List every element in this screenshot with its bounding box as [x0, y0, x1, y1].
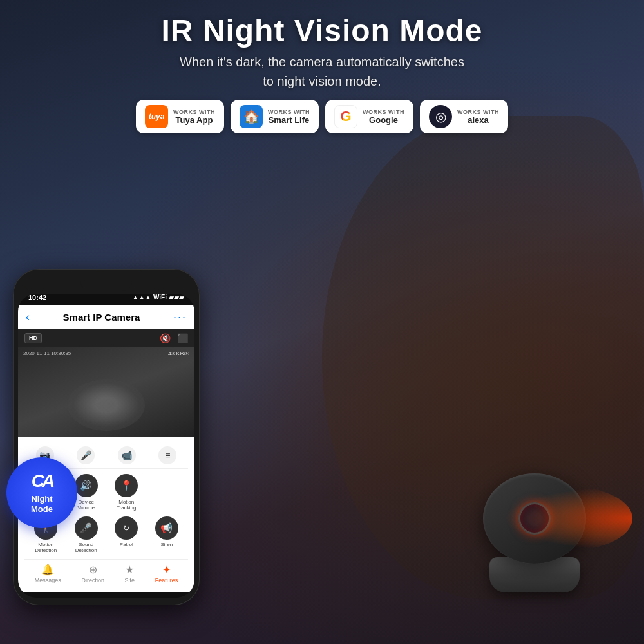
- messages-icon: 🔔: [41, 564, 54, 576]
- app-header-title: Smart IP Camera: [63, 312, 140, 323]
- app-header: ‹ Smart IP Camera ···: [18, 305, 194, 329]
- nav-messages[interactable]: 🔔 Messages: [35, 564, 61, 583]
- smartlife-text: WORKS WITH Smart Life: [268, 109, 310, 125]
- feature-patrol[interactable]: ↻ Patrol: [108, 516, 146, 554]
- volume-icon: 🔊: [75, 474, 98, 497]
- toolbar-icons: 🔇 ⬛: [160, 333, 188, 343]
- features-label: Features: [155, 577, 178, 583]
- google-works-label: WORKS WITH: [363, 109, 404, 115]
- feature-motion-tracking[interactable]: 📍 MotionTracking: [108, 474, 146, 511]
- camera-speed: 43 KB/S: [168, 350, 189, 357]
- badge-google: G WORKS WITH Google: [325, 100, 413, 133]
- page-title: IR Night Vision Mode: [13, 13, 631, 48]
- wifi-icon: WiFi: [153, 294, 167, 301]
- ctrl-menu[interactable]: ≡: [158, 446, 176, 464]
- camera-device: [464, 473, 605, 592]
- siren-label: Siren: [160, 542, 173, 548]
- motion-tracking-label: MotionTracking: [117, 499, 136, 511]
- patrol-icon: ↻: [115, 516, 138, 540]
- sound-detection-label: SoundDetection: [75, 542, 97, 554]
- site-icon: ★: [125, 564, 134, 576]
- direction-label: Direction: [81, 577, 104, 583]
- alexa-text: WORKS WITH alexa: [457, 109, 499, 125]
- phone-time: 10:42: [28, 294, 46, 301]
- badge-alexa: ◎ WORKS WITH alexa: [420, 100, 508, 133]
- nav-site[interactable]: ★ Site: [125, 564, 135, 583]
- phone-container: CA Night Mode 10:42 ▲▲▲ WiFi ▰▰▰ ‹ Smart…: [13, 269, 200, 605]
- google-text: WORKS WITH Google: [363, 109, 404, 125]
- hd-badge: HD: [24, 333, 42, 343]
- volume-label: DeviceVolume: [77, 499, 95, 511]
- status-bar: 10:42 ▲▲▲ WiFi ▰▰▰: [18, 294, 194, 305]
- smartlife-works-label: WORKS WITH: [268, 109, 310, 115]
- smartlife-name: Smart Life: [268, 115, 310, 125]
- motion-tracking-icon: 📍: [115, 474, 138, 497]
- camera-feed-inner: 2020-11-11 10:30:35 43 KB/S: [18, 347, 194, 437]
- smartlife-icon: 🏠: [240, 105, 263, 128]
- phone: 10:42 ▲▲▲ WiFi ▰▰▰ ‹ Smart IP Camera ···…: [13, 269, 200, 605]
- phone-notch: [80, 277, 132, 291]
- alexa-icon: ◎: [429, 105, 452, 128]
- compatibility-badges: tuya WORKS WITH Tuya App 🏠 WORKS WITH Sm…: [13, 100, 631, 133]
- motion-detection-label: MotionDetection: [35, 542, 57, 554]
- subtitle-line2: to night vision mode.: [263, 74, 381, 88]
- alexa-name: alexa: [457, 115, 499, 125]
- back-button[interactable]: ‹: [26, 310, 30, 324]
- signal-icon: ▲▲▲: [132, 294, 151, 301]
- camera-timestamp: 2020-11-11 10:30:35: [23, 350, 71, 356]
- top-section: IR Night Vision Mode When it's dark, the…: [0, 0, 644, 140]
- messages-label: Messages: [35, 577, 61, 583]
- badge-tuya: tuya WORKS WITH Tuya App: [136, 100, 224, 133]
- tuya-works-label: WORKS WITH: [173, 109, 215, 115]
- video-ctrl-icon: 📹: [118, 446, 136, 464]
- status-icons: ▲▲▲ WiFi ▰▰▰: [132, 294, 184, 301]
- night-mode-icons: CA: [32, 471, 52, 491]
- site-label: Site: [125, 577, 135, 583]
- tuya-name: Tuya App: [173, 115, 215, 125]
- subtitle-line1: When it's dark, the camera automatically…: [180, 55, 464, 69]
- direction-icon: ⊕: [89, 564, 97, 576]
- camera-lens: [518, 502, 551, 535]
- patrol-label: Patrol: [120, 542, 133, 548]
- tuya-icon: tuya: [145, 105, 168, 128]
- more-button[interactable]: ···: [173, 310, 187, 324]
- badge-smartlife: 🏠 WORKS WITH Smart Life: [231, 100, 319, 133]
- tuya-text: WORKS WITH Tuya App: [173, 109, 215, 125]
- mic-ctrl-icon: 🎤: [77, 446, 95, 464]
- sound-detection-icon: 🎤: [75, 516, 98, 540]
- night-mode-text: Night Mode: [31, 494, 53, 514]
- phone-screen: 10:42 ▲▲▲ WiFi ▰▰▰ ‹ Smart IP Camera ···…: [18, 294, 194, 598]
- night-mode-badge: CA Night Mode: [6, 457, 77, 528]
- ctrl-video[interactable]: 📹: [118, 446, 136, 464]
- camera-feed: 2020-11-11 10:30:35 43 KB/S: [18, 347, 194, 437]
- siren-icon: 📢: [155, 516, 178, 540]
- nv-person: [68, 379, 145, 431]
- google-name: Google: [363, 115, 404, 125]
- subtitle: When it's dark, the camera automatically…: [13, 52, 631, 91]
- nav-features[interactable]: ✦ Features: [155, 564, 178, 583]
- ctrl-mic[interactable]: 🎤: [77, 446, 95, 464]
- camera-body: [483, 473, 586, 564]
- feature-sound-detection[interactable]: 🎤 SoundDetection: [68, 516, 106, 554]
- mute-icon[interactable]: 🔇: [160, 333, 171, 343]
- battery-icon: ▰▰▰: [169, 294, 184, 301]
- feature-siren[interactable]: 📢 Siren: [148, 516, 186, 554]
- menu-ctrl-icon: ≡: [158, 446, 176, 464]
- features-icon: ✦: [162, 564, 171, 576]
- fullscreen-icon[interactable]: ⬛: [177, 333, 188, 343]
- camera-toolbar: HD 🔇 ⬛: [18, 329, 194, 347]
- alexa-works-label: WORKS WITH: [457, 109, 499, 115]
- nav-direction[interactable]: ⊕ Direction: [81, 564, 104, 583]
- bottom-nav: 🔔 Messages ⊕ Direction ★ Site ✦ Features: [24, 559, 188, 587]
- google-icon: G: [334, 105, 357, 128]
- circle-a-icon: CA: [32, 471, 52, 491]
